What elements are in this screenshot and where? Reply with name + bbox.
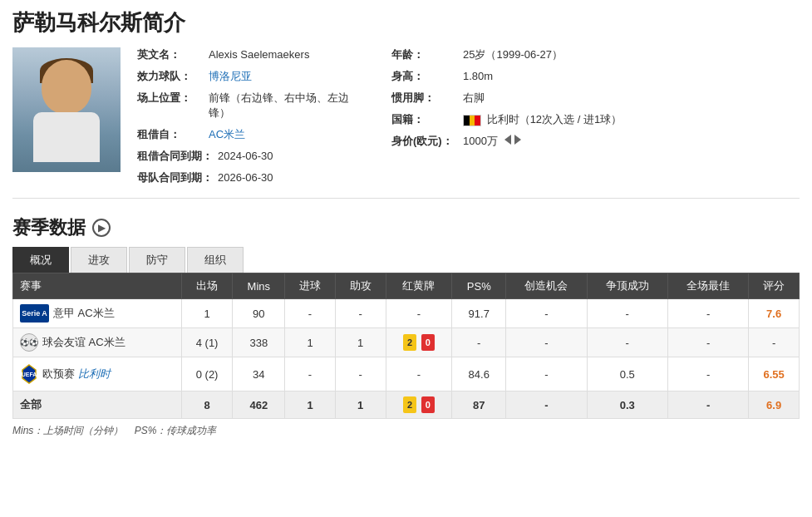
parent-contract-value: 2026-06-30 <box>218 171 273 184</box>
age-value: 25岁（1999-06-27） <box>463 47 563 62</box>
match-cell: UEFA 欧预赛 比利时 <box>13 357 182 391</box>
col-assists: 助攻 <box>335 273 386 299</box>
match-league: 意甲 AC米兰 <box>53 306 115 321</box>
cards-cell: 2 0 <box>386 328 452 357</box>
motm-cell: - <box>667 328 748 357</box>
value-next-arrow[interactable] <box>514 135 521 145</box>
chances-cell: - <box>506 299 587 328</box>
col-match: 赛事 <box>13 273 182 299</box>
position-value: 前锋（右边锋、右中场、左边锋） <box>209 91 358 121</box>
euro-qual-logo: UEFA <box>20 362 38 386</box>
table-row: ⚽⚽ 球会友谊 AC米兰 4 (1) 338 1 1 2 0 - - - - - <box>13 328 800 357</box>
goals-cell: - <box>285 357 336 391</box>
aerial-cell: - <box>587 299 667 328</box>
value-value: 1000万 <box>463 134 521 149</box>
friendly-logo: ⚽⚽ <box>20 333 38 352</box>
match-cell-total: 全部 <box>13 391 182 419</box>
flag-belgium <box>463 115 481 126</box>
parent-contract-row: 母队合同到期： 2026-06-30 <box>137 170 358 185</box>
english-name-row: 英文名： Alexis Saelemaekers <box>137 47 358 62</box>
team-value[interactable]: 博洛尼亚 <box>209 69 252 84</box>
page-title: 萨勒马科尔斯简介 <box>12 8 800 37</box>
assists-cell: 1 <box>335 391 386 419</box>
appearances-cell: 0 (2) <box>181 357 233 391</box>
col-aerial: 争顶成功 <box>587 273 667 299</box>
ps-cell: 84.6 <box>452 357 506 391</box>
cards-cell: - <box>386 299 452 328</box>
english-name-label: 英文名： <box>137 47 204 62</box>
tab-defense[interactable]: 防守 <box>129 247 185 273</box>
stats-tabs: 概况 进攻 防守 组织 <box>12 247 800 273</box>
value-prev-arrow[interactable] <box>504 135 511 145</box>
col-goals: 进球 <box>285 273 336 299</box>
col-cards: 红黄牌 <box>386 273 452 299</box>
position-row: 场上位置： 前锋（右边锋、右中场、左边锋） <box>137 91 358 121</box>
aerial-cell: - <box>587 328 667 357</box>
profile-right-col: 年龄： 25岁（1999-06-27） 身高： 1.80m 惯用脚： 右脚 国籍… <box>391 47 622 185</box>
height-row: 身高： 1.80m <box>391 69 622 84</box>
footnote-ps: PS%：传球成功率 <box>135 425 217 436</box>
position-label: 场上位置： <box>137 91 204 106</box>
footnote: Mins：上场时间（分钟） PS%：传球成功率 <box>12 424 800 438</box>
stats-arrow-button[interactable]: ▶ <box>92 219 111 237</box>
seria-a-logo: Serie A <box>20 304 49 323</box>
red-card-badge: 0 <box>421 396 435 413</box>
appearances-cell: 8 <box>181 391 233 419</box>
value-nav <box>504 135 521 145</box>
motm-cell: - <box>667 357 748 391</box>
value-row: 身价(欧元)： 1000万 <box>391 134 622 149</box>
profile-info: 英文名： Alexis Saelemaekers 效力球队： 博洛尼亚 场上位置… <box>137 47 800 185</box>
tab-organization[interactable]: 组织 <box>187 247 244 273</box>
col-rating: 评分 <box>749 273 800 299</box>
mins-cell: 338 <box>233 328 285 357</box>
team-label: 效力球队： <box>137 69 204 84</box>
player-photo <box>12 47 121 172</box>
yellow-card-badge: 2 <box>403 334 416 351</box>
loan-end-row: 租借合同到期： 2024-06-30 <box>137 149 358 164</box>
motm-cell: - <box>667 299 748 328</box>
tab-overview[interactable]: 概况 <box>12 247 69 273</box>
height-value: 1.80m <box>463 70 493 82</box>
rating-cell: - <box>749 328 800 357</box>
col-chances: 创造机会 <box>506 273 587 299</box>
assists-cell: 1 <box>335 328 386 357</box>
rating-cell: 7.6 <box>749 299 800 328</box>
rating-cell: 6.9 <box>749 391 800 419</box>
chances-cell: - <box>506 328 587 357</box>
nationality-value: 比利时（12次入选 / 进1球） <box>463 112 622 127</box>
height-label: 身高： <box>391 69 458 84</box>
motm-cell: - <box>667 391 748 419</box>
col-mins: Mins <box>233 273 285 299</box>
assists-cell: - <box>335 357 386 391</box>
svg-text:UEFA: UEFA <box>22 372 37 377</box>
nationality-label: 国籍： <box>391 112 458 127</box>
tab-attack[interactable]: 进攻 <box>71 247 127 273</box>
loan-end-label: 租借合同到期： <box>137 149 213 164</box>
aerial-cell: 0.5 <box>587 357 667 391</box>
loan-row: 租借自： AC米兰 <box>137 127 358 142</box>
foot-value: 右脚 <box>463 91 485 106</box>
profile-section: 英文名： Alexis Saelemaekers 效力球队： 博洛尼亚 场上位置… <box>12 47 800 199</box>
mins-cell: 462 <box>233 391 285 419</box>
age-row: 年龄： 25岁（1999-06-27） <box>391 47 622 62</box>
ps-cell: - <box>452 328 506 357</box>
rating-cell: 6.55 <box>749 357 800 391</box>
aerial-cell: 0.3 <box>587 391 667 419</box>
nationality-row: 国籍： 比利时（12次入选 / 进1球） <box>391 112 622 127</box>
col-motm: 全场最佳 <box>667 273 748 299</box>
mins-cell: 34 <box>233 357 285 391</box>
table-row: UEFA 欧预赛 比利时 0 (2) 34 - - - 84.6 - 0.5 -… <box>13 357 800 391</box>
yellow-card-badge: 2 <box>403 396 416 413</box>
cards-cell: - <box>386 357 452 391</box>
col-ps: PS% <box>452 273 506 299</box>
appearances-cell: 1 <box>181 299 233 328</box>
stats-title: 赛季数据 <box>12 215 86 240</box>
team-row: 效力球队： 博洛尼亚 <box>137 69 358 84</box>
match-cell: Serie A 意甲 AC米兰 <box>13 299 182 328</box>
match-league: 球会友谊 AC米兰 <box>42 335 125 350</box>
parent-contract-label: 母队合同到期： <box>137 170 213 185</box>
loan-value[interactable]: AC米兰 <box>209 127 245 142</box>
english-name-value: Alexis Saelemaekers <box>209 48 309 61</box>
goals-cell: 1 <box>285 391 336 419</box>
footnote-mins: Mins：上场时间（分钟） <box>12 425 123 436</box>
